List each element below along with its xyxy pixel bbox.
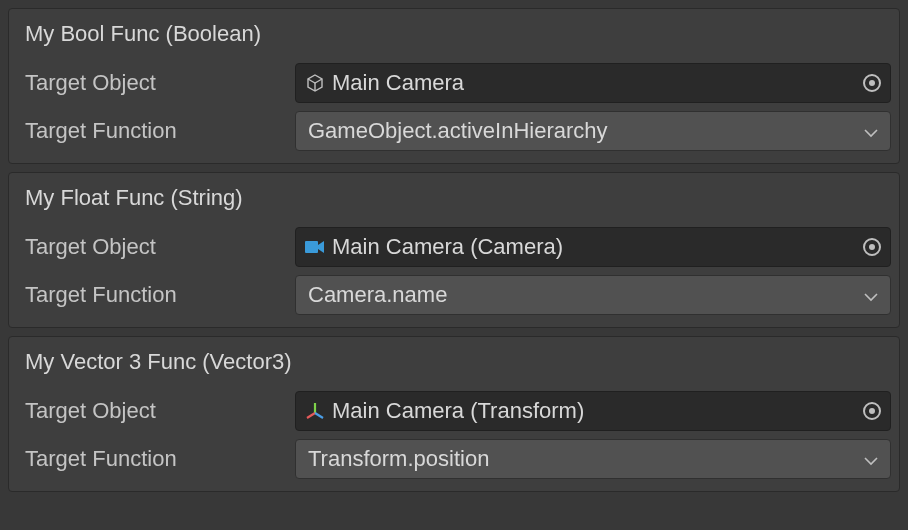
target-object-label: Target Object (17, 398, 295, 424)
property-row-target-object: Target Object Main Camera (Camera) (17, 225, 891, 269)
property-row-target-function: Target Function Camera.name (17, 273, 891, 317)
target-function-dropdown[interactable]: GameObject.activeInHierarchy (295, 111, 891, 151)
chevron-down-icon (864, 446, 878, 472)
object-field-value: Main Camera (Camera) (332, 234, 563, 260)
panel-header: My Vector 3 Func (Vector3) (17, 343, 891, 385)
transform-icon (304, 400, 326, 422)
object-field-value: Main Camera (332, 70, 464, 96)
target-function-dropdown[interactable]: Transform.position (295, 439, 891, 479)
dropdown-value: Camera.name (308, 282, 447, 308)
target-object-field[interactable]: Main Camera (295, 63, 891, 103)
target-object-label: Target Object (17, 70, 295, 96)
target-object-field[interactable]: Main Camera (Transform) (295, 391, 891, 431)
object-picker-button[interactable] (858, 233, 886, 261)
target-function-label: Target Function (17, 446, 295, 472)
chevron-down-icon (864, 282, 878, 308)
svg-line-6 (307, 413, 315, 418)
dropdown-value: GameObject.activeInHierarchy (308, 118, 608, 144)
target-object-field[interactable]: Main Camera (Camera) (295, 227, 891, 267)
dropdown-value: Transform.position (308, 446, 489, 472)
cube-icon (304, 72, 326, 94)
inspector-panel: My Float Func (String) Target Object Mai… (8, 172, 900, 328)
property-row-target-object: Target Object Main Camera (17, 61, 891, 105)
target-function-label: Target Function (17, 282, 295, 308)
chevron-down-icon (864, 118, 878, 144)
object-picker-button[interactable] (858, 397, 886, 425)
svg-point-9 (869, 408, 875, 414)
property-row-target-function: Target Function Transform.position (17, 437, 891, 481)
svg-rect-2 (305, 241, 318, 253)
inspector-panel: My Bool Func (Boolean) Target Object Mai… (8, 8, 900, 164)
object-picker-button[interactable] (858, 69, 886, 97)
svg-point-4 (869, 244, 875, 250)
camera-icon (304, 236, 326, 258)
svg-line-7 (315, 413, 323, 418)
svg-point-1 (869, 80, 875, 86)
inspector-panel: My Vector 3 Func (Vector3) Target Object… (8, 336, 900, 492)
target-function-label: Target Function (17, 118, 295, 144)
target-function-dropdown[interactable]: Camera.name (295, 275, 891, 315)
property-row-target-object: Target Object Main Camera (Transform) (17, 389, 891, 433)
panel-header: My Float Func (String) (17, 179, 891, 221)
target-object-label: Target Object (17, 234, 295, 260)
property-row-target-function: Target Function GameObject.activeInHiera… (17, 109, 891, 153)
panel-header: My Bool Func (Boolean) (17, 15, 891, 57)
object-field-value: Main Camera (Transform) (332, 398, 584, 424)
